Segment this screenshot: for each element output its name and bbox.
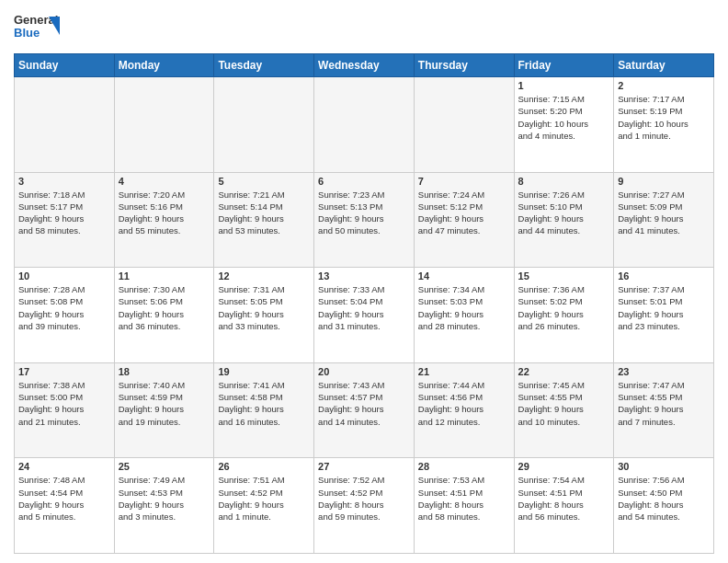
day-number: 4 (119, 176, 210, 187)
header: General Blue (14, 9, 714, 46)
day-info: Sunrise: 7:36 AMSunset: 5:02 PMDaylight:… (518, 283, 610, 332)
day-info: Sunrise: 7:26 AMSunset: 5:10 PMDaylight:… (518, 189, 610, 237)
calendar-day-cell: 9Sunrise: 7:27 AMSunset: 5:09 PMDaylight… (614, 172, 714, 268)
calendar-day-cell: 22Sunrise: 7:45 AMSunset: 4:55 PMDayligh… (514, 362, 614, 458)
calendar-day-cell (15, 77, 115, 173)
day-info: Sunrise: 7:43 AMSunset: 4:57 PMDaylight:… (318, 379, 410, 428)
day-info: Sunrise: 7:21 AMSunset: 5:14 PMDaylight:… (218, 189, 310, 237)
day-number: 11 (119, 270, 210, 282)
calendar-day-cell: 30Sunrise: 7:56 AMSunset: 4:50 PMDayligh… (614, 458, 714, 554)
day-info: Sunrise: 7:52 AMSunset: 4:52 PMDaylight:… (318, 474, 410, 523)
day-info: Sunrise: 7:23 AMSunset: 5:13 PMDaylight:… (318, 189, 410, 237)
day-info: Sunrise: 7:41 AMSunset: 4:58 PMDaylight:… (218, 379, 310, 428)
calendar-day-cell: 28Sunrise: 7:53 AMSunset: 4:51 PMDayligh… (414, 458, 514, 554)
calendar-day-header: Sunday (15, 54, 115, 77)
day-info: Sunrise: 7:33 AMSunset: 5:04 PMDaylight:… (318, 283, 410, 332)
calendar-week-row: 3Sunrise: 7:18 AMSunset: 5:17 PMDaylight… (15, 172, 714, 268)
day-info: Sunrise: 7:31 AMSunset: 5:05 PMDaylight:… (218, 283, 310, 332)
day-number: 18 (119, 366, 210, 377)
day-number: 10 (18, 270, 110, 282)
day-info: Sunrise: 7:17 AMSunset: 5:19 PMDaylight:… (618, 93, 710, 142)
calendar-day-cell: 11Sunrise: 7:30 AMSunset: 5:06 PMDayligh… (114, 268, 214, 363)
calendar-day-cell (414, 77, 514, 173)
calendar-day-cell: 2Sunrise: 7:17 AMSunset: 5:19 PMDaylight… (614, 77, 714, 173)
day-number: 29 (518, 461, 610, 472)
day-number: 6 (318, 176, 410, 187)
calendar-day-cell: 21Sunrise: 7:44 AMSunset: 4:56 PMDayligh… (414, 362, 514, 458)
calendar-header-row: SundayMondayTuesdayWednesdayThursdayFrid… (15, 54, 714, 77)
svg-text:Blue: Blue (14, 26, 40, 40)
day-number: 3 (18, 176, 110, 187)
calendar-day-cell: 19Sunrise: 7:41 AMSunset: 4:58 PMDayligh… (214, 362, 314, 458)
day-number: 26 (218, 461, 310, 472)
day-info: Sunrise: 7:38 AMSunset: 5:00 PMDaylight:… (18, 379, 110, 428)
calendar-day-cell: 5Sunrise: 7:21 AMSunset: 5:14 PMDaylight… (214, 172, 314, 268)
calendar-day-cell: 27Sunrise: 7:52 AMSunset: 4:52 PMDayligh… (314, 458, 415, 554)
day-number: 24 (18, 461, 110, 472)
day-info: Sunrise: 7:34 AMSunset: 5:03 PMDaylight:… (418, 283, 510, 332)
day-info: Sunrise: 7:20 AMSunset: 5:16 PMDaylight:… (119, 189, 210, 237)
calendar-day-cell: 13Sunrise: 7:33 AMSunset: 5:04 PMDayligh… (314, 268, 415, 363)
day-number: 27 (318, 461, 410, 472)
calendar-day-cell: 8Sunrise: 7:26 AMSunset: 5:10 PMDaylight… (514, 172, 614, 268)
calendar-week-row: 10Sunrise: 7:28 AMSunset: 5:08 PMDayligh… (15, 268, 714, 363)
calendar-day-cell: 25Sunrise: 7:49 AMSunset: 4:53 PMDayligh… (114, 458, 214, 554)
day-info: Sunrise: 7:37 AMSunset: 5:01 PMDaylight:… (618, 283, 710, 332)
day-number: 25 (119, 461, 210, 472)
calendar-day-header: Wednesday (314, 54, 415, 77)
day-number: 12 (218, 270, 310, 282)
day-number: 2 (618, 80, 710, 91)
calendar-day-cell: 18Sunrise: 7:40 AMSunset: 4:59 PMDayligh… (114, 362, 214, 458)
calendar-day-header: Thursday (414, 54, 514, 77)
calendar-week-row: 24Sunrise: 7:48 AMSunset: 4:54 PMDayligh… (15, 458, 714, 554)
calendar-day-cell: 26Sunrise: 7:51 AMSunset: 4:52 PMDayligh… (214, 458, 314, 554)
calendar-table: SundayMondayTuesdayWednesdayThursdayFrid… (14, 53, 714, 554)
day-info: Sunrise: 7:40 AMSunset: 4:59 PMDaylight:… (119, 379, 210, 428)
calendar-day-cell (314, 77, 415, 173)
logo: General Blue (14, 9, 60, 46)
calendar-day-cell: 17Sunrise: 7:38 AMSunset: 5:00 PMDayligh… (15, 362, 115, 458)
day-number: 16 (618, 270, 710, 282)
day-number: 28 (418, 461, 510, 472)
day-number: 23 (618, 366, 710, 377)
day-number: 17 (18, 366, 110, 377)
calendar-day-cell: 10Sunrise: 7:28 AMSunset: 5:08 PMDayligh… (15, 268, 115, 363)
day-info: Sunrise: 7:54 AMSunset: 4:51 PMDaylight:… (518, 474, 610, 523)
day-number: 14 (418, 270, 510, 282)
calendar-day-cell: 12Sunrise: 7:31 AMSunset: 5:05 PMDayligh… (214, 268, 314, 363)
calendar-day-cell: 23Sunrise: 7:47 AMSunset: 4:55 PMDayligh… (614, 362, 714, 458)
page: General Blue SundayMondayTuesdayWednesda… (0, 0, 728, 563)
day-info: Sunrise: 7:44 AMSunset: 4:56 PMDaylight:… (418, 379, 510, 428)
day-info: Sunrise: 7:48 AMSunset: 4:54 PMDaylight:… (18, 474, 110, 523)
day-info: Sunrise: 7:24 AMSunset: 5:12 PMDaylight:… (418, 189, 510, 237)
day-number: 30 (618, 461, 710, 472)
day-number: 13 (318, 270, 410, 282)
day-info: Sunrise: 7:15 AMSunset: 5:20 PMDaylight:… (518, 93, 610, 142)
day-info: Sunrise: 7:49 AMSunset: 4:53 PMDaylight:… (119, 474, 210, 523)
calendar-day-header: Tuesday (214, 54, 314, 77)
day-info: Sunrise: 7:28 AMSunset: 5:08 PMDaylight:… (18, 283, 110, 332)
day-info: Sunrise: 7:56 AMSunset: 4:50 PMDaylight:… (618, 474, 710, 523)
day-number: 8 (518, 176, 610, 187)
calendar-day-cell (214, 77, 314, 173)
calendar-day-cell: 3Sunrise: 7:18 AMSunset: 5:17 PMDaylight… (15, 172, 115, 268)
calendar-day-cell: 29Sunrise: 7:54 AMSunset: 4:51 PMDayligh… (514, 458, 614, 554)
day-number: 5 (218, 176, 310, 187)
calendar-day-header: Monday (114, 54, 214, 77)
day-number: 19 (218, 366, 310, 377)
calendar-day-cell: 15Sunrise: 7:36 AMSunset: 5:02 PMDayligh… (514, 268, 614, 363)
day-number: 15 (518, 270, 610, 282)
calendar-day-cell: 16Sunrise: 7:37 AMSunset: 5:01 PMDayligh… (614, 268, 714, 363)
logo-icon: General Blue (14, 9, 60, 46)
day-info: Sunrise: 7:30 AMSunset: 5:06 PMDaylight:… (119, 283, 210, 332)
day-number: 20 (318, 366, 410, 377)
calendar-day-cell: 7Sunrise: 7:24 AMSunset: 5:12 PMDaylight… (414, 172, 514, 268)
day-info: Sunrise: 7:45 AMSunset: 4:55 PMDaylight:… (518, 379, 610, 428)
calendar-day-cell: 1Sunrise: 7:15 AMSunset: 5:20 PMDaylight… (514, 77, 614, 173)
day-number: 22 (518, 366, 610, 377)
calendar-day-cell: 20Sunrise: 7:43 AMSunset: 4:57 PMDayligh… (314, 362, 415, 458)
day-number: 21 (418, 366, 510, 377)
calendar-week-row: 1Sunrise: 7:15 AMSunset: 5:20 PMDaylight… (15, 77, 714, 173)
day-info: Sunrise: 7:27 AMSunset: 5:09 PMDaylight:… (618, 189, 710, 237)
calendar-day-cell: 4Sunrise: 7:20 AMSunset: 5:16 PMDaylight… (114, 172, 214, 268)
